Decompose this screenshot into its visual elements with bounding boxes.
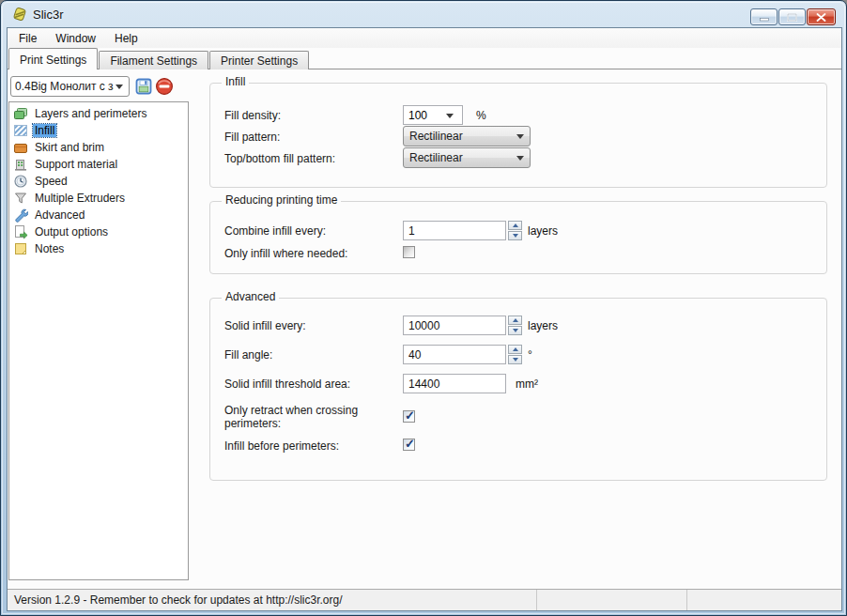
tree-item-speed[interactable]: Speed <box>13 173 188 190</box>
infill-before-perimeters-checkbox[interactable] <box>403 439 415 451</box>
only-retract-label: Only retract when crossing perimeters: <box>224 404 399 430</box>
preset-select[interactable]: 0.4Big Монолит с запол <box>10 76 130 97</box>
tree-item-output-options[interactable]: Output options <box>13 223 188 240</box>
menu-help[interactable]: Help <box>105 29 147 48</box>
tree-item-infill[interactable]: Infill <box>13 122 188 139</box>
fill-density-label: Fill density: <box>224 109 399 122</box>
tree-item-notes[interactable]: Notes <box>13 240 188 257</box>
solid-infill-every-unit: layers <box>528 319 558 332</box>
status-cell-2 <box>536 590 686 610</box>
chevron-down-icon <box>446 114 454 122</box>
combine-infill-unit: layers <box>528 224 558 238</box>
fill-angle-unit: ° <box>528 348 532 362</box>
group-reducing-printing-time: Reducing printing time Combine infill ev… <box>209 201 827 274</box>
solid-infill-threshold-input[interactable] <box>403 374 506 393</box>
slic3r-window: Slic3r File Window Help Print Settings F… <box>0 0 847 616</box>
infill-hatch-icon <box>13 123 28 138</box>
statusbar: Version 1.2.9 - Remember to check for up… <box>8 589 841 610</box>
status-cell-3 <box>686 590 841 610</box>
group-advanced-title: Advanced <box>222 290 279 303</box>
menu-window[interactable]: Window <box>46 29 105 48</box>
save-preset-button[interactable] <box>133 76 153 96</box>
group-reducing-title: Reducing printing time <box>222 193 341 207</box>
preset-value: 0.4Big Монолит с запол <box>11 80 114 93</box>
box-icon <box>13 140 28 155</box>
fill-pattern-select[interactable]: Rectilinear <box>403 126 531 146</box>
funnel-icon <box>13 191 28 206</box>
tab-print-settings[interactable]: Print Settings <box>8 48 98 69</box>
fill-angle-label: Fill angle: <box>224 348 399 362</box>
tab-filament-settings[interactable]: Filament Settings <box>99 51 208 69</box>
infill-before-perimeters-label: Infill before perimeters: <box>224 439 399 453</box>
group-advanced: Advanced Solid infill every: layers Fill… <box>209 298 827 481</box>
chevron-down-icon <box>516 134 524 143</box>
fill-angle-spin-buttons[interactable] <box>508 345 522 364</box>
solid-infill-threshold-label: Solid infill threshold area: <box>224 377 399 391</box>
solid-infill-every-input[interactable] <box>403 316 506 335</box>
delete-preset-button[interactable] <box>154 76 174 96</box>
solid-infill-threshold-unit: mm² <box>516 377 538 391</box>
export-icon <box>13 224 28 239</box>
building-icon <box>13 157 28 172</box>
client-area: File Window Help Print Settings Filament… <box>7 27 842 611</box>
only-infill-where-needed-label: Only infill where needed: <box>224 247 399 260</box>
menu-file[interactable]: File <box>9 29 46 48</box>
fill-density-unit: % <box>476 109 486 122</box>
settings-tabstrip: Print Settings Filament Settings Printer… <box>8 48 841 69</box>
save-floppy-icon <box>135 78 152 95</box>
wrench-icon <box>13 208 28 223</box>
layers-icon <box>13 106 28 121</box>
tree-item-multiple-extruders[interactable]: Multiple Extruders <box>13 190 188 207</box>
fill-density-combo[interactable] <box>403 105 463 125</box>
only-infill-where-needed-checkbox[interactable] <box>403 246 415 258</box>
tree-item-support-material[interactable]: Support material <box>13 156 188 173</box>
chevron-down-icon <box>116 85 123 93</box>
delete-circle-icon <box>155 77 174 96</box>
combine-infill-input[interactable] <box>403 221 506 240</box>
maximize-button[interactable] <box>778 8 806 25</box>
clock-icon <box>13 174 28 189</box>
fill-pattern-label: Fill pattern: <box>224 131 399 144</box>
top-bottom-fill-pattern-select[interactable]: Rectilinear <box>403 147 531 168</box>
fill-density-input[interactable] <box>408 109 446 122</box>
close-button[interactable] <box>807 8 836 25</box>
note-icon <box>13 241 28 256</box>
status-text: Version 1.2.9 - Remember to check for up… <box>8 593 536 607</box>
solid-infill-every-spin-buttons[interactable] <box>508 316 522 335</box>
close-icon <box>816 13 826 22</box>
combine-infill-spin-buttons[interactable] <box>508 221 522 240</box>
tree-item-skirt-and-brim[interactable]: Skirt and brim <box>13 139 188 156</box>
window-title: Slic3r <box>33 8 64 22</box>
maximize-icon <box>787 13 797 22</box>
group-infill: Infill Fill density: % Fill pattern: Rec… <box>209 83 827 188</box>
minimize-icon <box>760 13 769 22</box>
menubar: File Window Help <box>8 28 841 48</box>
settings-tree: Layers and perimeters Infill Skirt and b… <box>8 101 189 580</box>
slic3r-logo-icon <box>12 7 27 22</box>
fill-angle-input[interactable] <box>403 345 506 364</box>
only-retract-checkbox[interactable] <box>403 410 415 423</box>
tree-item-advanced[interactable]: Advanced <box>13 207 188 223</box>
tab-printer-settings[interactable]: Printer Settings <box>209 51 309 69</box>
combine-infill-label: Combine infill every: <box>224 224 399 238</box>
chevron-down-icon <box>516 156 524 164</box>
solid-infill-every-label: Solid infill every: <box>224 319 399 332</box>
group-infill-title: Infill <box>222 75 249 88</box>
top-bottom-fill-pattern-label: Top/bottom fill pattern: <box>224 152 399 165</box>
tree-item-layers-and-perimeters[interactable]: Layers and perimeters <box>13 105 188 122</box>
titlebar[interactable]: Slic3r <box>1 1 846 27</box>
minimize-button[interactable] <box>750 8 778 25</box>
